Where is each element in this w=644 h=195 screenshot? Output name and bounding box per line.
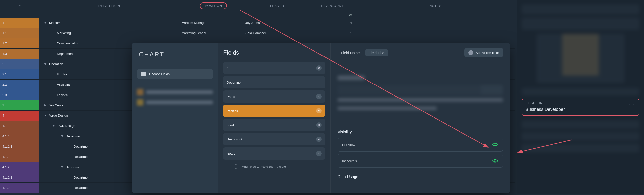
table-row[interactable]: 1.1MarketingMarketing LeaderSara Campbel… <box>0 28 515 38</box>
drag-handle-icon[interactable]: ⋮⋮⋮ <box>624 101 636 105</box>
row-headcount[interactable]: 1 <box>309 31 356 35</box>
choose-fields-tab[interactable]: Choose Fields <box>137 69 213 79</box>
add-fields-hint-label: Add fields to make them visible <box>242 165 286 168</box>
row-number: 4 <box>0 110 39 121</box>
row-department[interactable]: Marketing <box>39 28 182 38</box>
header-position[interactable]: POSITION <box>182 3 245 9</box>
row-leader[interactable]: Sara Campbell <box>245 31 309 35</box>
fields-title: Fields <box>223 49 325 56</box>
field-item-headcount[interactable]: Headcount× <box>223 133 325 145</box>
table-row[interactable]: 1MarcomMarcom ManagerJoy Jones4 <box>0 18 515 28</box>
department-name: Department <box>74 186 90 189</box>
row-number: 2.1 <box>0 69 39 79</box>
dialog-sidebar: CHART Choose Fields <box>132 43 218 193</box>
add-visible-fields-button[interactable]: + Add visible fields <box>464 48 504 57</box>
field-item-leader[interactable]: Leader× <box>223 119 325 131</box>
tab-field-title[interactable]: Field Title <box>365 49 388 56</box>
svg-point-1 <box>494 160 496 162</box>
field-item-label: Position <box>227 109 238 113</box>
department-name: Communication <box>57 42 79 45</box>
eye-icon[interactable] <box>492 142 498 147</box>
disclosure-triangle-icon[interactable] <box>61 135 63 137</box>
row-position[interactable]: Marketing Leader <box>182 31 245 35</box>
field-item-label: Department <box>227 81 243 84</box>
field-item-num[interactable]: #× <box>223 62 325 74</box>
disclosure-triangle-icon[interactable] <box>52 125 55 127</box>
header-notes[interactable]: NOTES <box>356 4 515 8</box>
row-number: 3 <box>0 100 39 110</box>
remove-field-icon[interactable]: × <box>316 108 322 113</box>
row-position[interactable]: Marcom Manager <box>182 21 245 25</box>
field-item-label: Photo <box>227 95 235 98</box>
field-detail-panel: Field Name Field Title + Add visible fie… <box>331 43 510 193</box>
remove-field-icon[interactable]: × <box>316 65 322 71</box>
visibility-list-view[interactable]: List View <box>338 138 503 151</box>
visibility-section: Visibility List View Inspectors Data Usa… <box>338 130 503 179</box>
other-tabs-blurred <box>137 89 213 106</box>
disclosure-triangle-icon[interactable] <box>44 22 46 24</box>
row-leader[interactable]: Joy Jones <box>245 21 309 25</box>
plus-icon: + <box>468 50 473 55</box>
row-number: 4.1.1.1 <box>0 141 39 151</box>
remove-field-icon[interactable]: × <box>316 122 322 128</box>
add-fields-hint[interactable]: + Add fields to make them visible <box>223 164 325 169</box>
department-name: Assistant <box>57 83 70 86</box>
add-visible-label: Add visible fields <box>476 51 500 55</box>
data-usage-title: Data Usage <box>338 175 503 179</box>
header-headcount[interactable]: HEADCOUNT <box>309 4 356 8</box>
department-name: Department <box>74 145 90 148</box>
fields-icon <box>141 72 146 76</box>
row-number: 4.1.1.2 <box>0 152 39 162</box>
visibility-item-label: Inspectors <box>342 159 357 163</box>
row-number: 4.1 <box>0 121 39 131</box>
row-headcount[interactable]: 4 <box>309 21 356 25</box>
remove-field-icon[interactable]: × <box>316 136 322 142</box>
disclosure-triangle-icon[interactable] <box>44 104 46 107</box>
department-name: Operation <box>49 62 63 66</box>
row-number: 1 <box>0 18 39 28</box>
department-name: Department <box>66 165 82 169</box>
row-number: 1.3 <box>0 49 39 59</box>
header-department[interactable]: DEPARTMENT <box>39 4 182 8</box>
row-department[interactable]: Marcom <box>39 18 182 28</box>
row-number: 1.2 <box>0 38 39 48</box>
remove-field-icon[interactable]: × <box>316 94 322 99</box>
field-item-photo[interactable]: Photo× <box>223 90 325 103</box>
field-detail-blurred <box>338 76 503 115</box>
field-item-department[interactable]: Department <box>223 76 325 88</box>
dialog-title: CHART <box>137 51 213 58</box>
department-name: Logistic <box>57 93 68 97</box>
inspector-position-field[interactable]: POSITION ⋮⋮⋮ Business Developer <box>522 99 639 116</box>
row-number: 1.1 <box>0 28 39 38</box>
headcount-sum: 50 <box>309 13 356 17</box>
disclosure-triangle-icon[interactable] <box>61 166 63 168</box>
visibility-title: Visibility <box>338 130 503 134</box>
department-name: Marketing <box>57 31 71 35</box>
sum-row: 50 <box>0 12 515 18</box>
department-name: Dev Center <box>48 103 64 107</box>
field-item-notes[interactable]: Notes× <box>223 147 325 160</box>
visibility-item-label: List View <box>342 143 355 147</box>
field-item-label: # <box>227 66 228 70</box>
field-item-position[interactable]: Position× <box>223 105 325 117</box>
department-name: UCD Design <box>58 124 75 128</box>
visibility-inspectors[interactable]: Inspectors <box>338 154 503 168</box>
remove-field-icon[interactable]: × <box>316 151 322 156</box>
row-number: 4.1.2.2 <box>0 183 39 193</box>
inspector-position-value: Business Developer <box>526 107 636 112</box>
plus-icon: + <box>234 164 238 169</box>
inspector-blurred-rest <box>522 120 639 152</box>
disclosure-triangle-icon[interactable] <box>44 63 46 65</box>
row-number: 2.2 <box>0 80 39 90</box>
disclosure-triangle-icon[interactable] <box>44 115 46 116</box>
department-name: Department <box>74 175 90 179</box>
eye-icon[interactable] <box>492 159 498 163</box>
department-name: Department <box>74 155 90 159</box>
row-number: 2.3 <box>0 90 39 100</box>
chart-settings-dialog: CHART Choose Fields Fields #×DepartmentP… <box>132 43 510 193</box>
header-leader[interactable]: LEADER <box>245 4 309 8</box>
department-name: Department <box>66 134 82 138</box>
svg-point-0 <box>494 144 496 146</box>
header-num[interactable]: # <box>0 4 39 8</box>
tab-field-name[interactable]: Field Name <box>338 49 363 56</box>
